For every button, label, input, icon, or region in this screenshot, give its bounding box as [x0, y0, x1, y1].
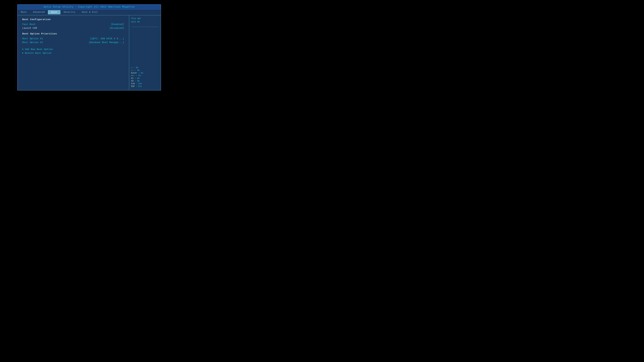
side-divider: [131, 27, 159, 27]
key-arrows: ↔: [131, 67, 132, 69]
bios-screen: Aptio Setup Utility – Copyright (C) 2013…: [17, 4, 161, 90]
boot-option1-label: Boot Option #1: [22, 37, 43, 40]
key-f9: F9: [131, 80, 134, 82]
key-hint-7: ESC : Exi: [131, 85, 159, 87]
content-area: Boot Configuration Fast Boot [Enabled] L…: [18, 15, 161, 89]
menu-item-save-exit[interactable]: Save & Exit: [78, 10, 101, 14]
key-help-section: ↔ : Se ↑↓ : Se Enter : Se +/- : Ch F1: [131, 67, 159, 88]
menu-item-boot[interactable]: Boot: [48, 10, 60, 14]
launch-csm-label: Launch CSM: [22, 27, 37, 29]
boot-option2-value: [Windows Boot Manage...]: [89, 41, 124, 44]
title-bar: Aptio Setup Utility – Copyright (C) 2013…: [18, 5, 161, 9]
help-text: This opt will be: [131, 17, 159, 23]
key-desc-2: : Se: [138, 72, 143, 74]
key-hint-4: F1 : Ge: [131, 77, 159, 79]
key-desc-7: : Exi: [136, 85, 142, 87]
arrow-icon-add: ►: [22, 48, 24, 50]
title-text: Aptio Setup Utility – Copyright (C) 2013…: [44, 6, 135, 8]
key-hint-1: ↑↓ : Se: [131, 69, 159, 71]
key-desc-3: : Ch: [136, 75, 141, 77]
key-desc-0: : Se: [134, 67, 138, 69]
launch-csm-value: [Disabled]: [110, 27, 124, 29]
key-updown: ↑↓: [131, 69, 134, 71]
add-new-boot-option[interactable]: ► Add New Boot Option: [22, 48, 124, 51]
boot-option1-row[interactable]: Boot Option #1 [UEFI: USB DISK 2.0...]: [22, 37, 124, 40]
boot-option2-label: Boot Option #2: [22, 41, 43, 44]
key-desc-6: : Sav: [136, 83, 142, 85]
key-desc-4: : Ge: [135, 77, 140, 79]
fast-boot-value: [Enabled]: [111, 23, 124, 26]
key-desc-5: : Op: [135, 80, 140, 82]
menu-item-advanced[interactable]: Advanced: [30, 10, 48, 14]
boot-option2-row[interactable]: Boot Option #2 [Windows Boot Manage...]: [22, 41, 124, 44]
launch-csm-row[interactable]: Launch CSM [Disabled]: [22, 27, 124, 29]
menu-item-main[interactable]: Main: [18, 10, 30, 14]
boot-priority-title: Boot Option Priorities: [22, 32, 124, 35]
key-f10: F10: [131, 83, 135, 85]
boot-config-title: Boot Configuration: [22, 18, 124, 21]
side-panel: This opt will be ↔ : Se ↑↓ : Se Enter : …: [129, 15, 161, 89]
menu-item-security[interactable]: Security: [60, 10, 78, 14]
key-f1: F1: [131, 77, 134, 79]
key-hint-5: F9 : Op: [131, 80, 159, 82]
fast-boot-row[interactable]: Fast Boot [Enabled]: [22, 23, 124, 26]
menu-bar: Main Advanced Boot Security Save & Exit: [18, 9, 161, 15]
key-hint-2: Enter : Se: [131, 72, 159, 74]
key-hint-0: ↔ : Se: [131, 67, 159, 69]
help-text-1: This opt: [131, 17, 141, 20]
delete-boot-label: Delete Boot Option: [25, 52, 52, 54]
fast-boot-label: Fast Boot: [22, 23, 36, 26]
boot-option1-value: [UEFI: USB DISK 2.0...]: [90, 37, 124, 40]
arrow-icon-delete: ►: [22, 52, 24, 54]
help-text-2: will be: [131, 20, 140, 23]
key-hint-3: +/- : Ch: [131, 75, 159, 77]
key-esc: ESC: [131, 85, 135, 87]
key-hint-6: F10 : Sav: [131, 83, 159, 85]
key-desc-1: : Se: [135, 69, 140, 71]
add-new-boot-label: Add New Boot Option: [25, 48, 53, 51]
delete-boot-option[interactable]: ► Delete Boot Option: [22, 52, 124, 54]
key-plusminus: +/-: [131, 75, 135, 77]
key-enter: Enter: [131, 72, 137, 74]
main-panel: Boot Configuration Fast Boot [Enabled] L…: [18, 15, 129, 89]
